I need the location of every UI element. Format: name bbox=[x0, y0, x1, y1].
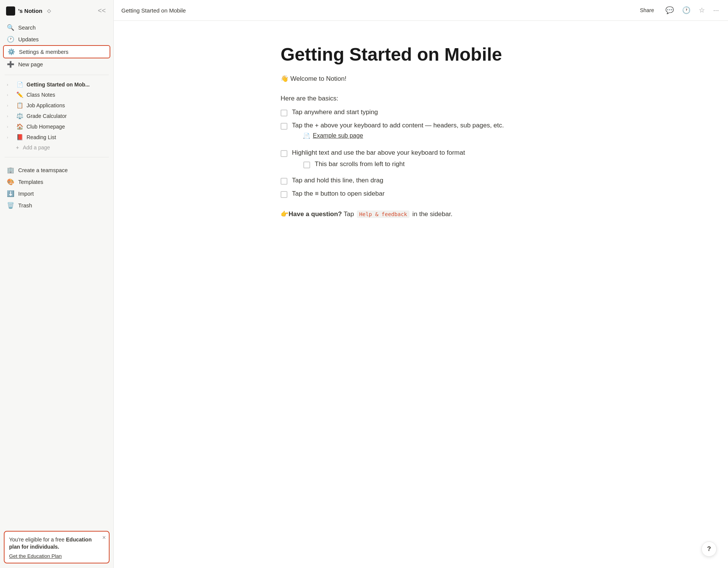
sidebar-newpage-label: New page bbox=[18, 61, 43, 67]
checkbox-1[interactable] bbox=[281, 110, 287, 116]
question-bold: Have a question? bbox=[289, 210, 342, 218]
edu-banner-text: You're eligible for a free Education pla… bbox=[9, 536, 104, 551]
edu-banner-part1: You're eligible for a free bbox=[9, 537, 66, 543]
sidebar-header: 's Notion ◇ << bbox=[0, 0, 113, 20]
sidebar-divider-2 bbox=[5, 157, 109, 157]
breadcrumb: Getting Started on Mobile bbox=[121, 7, 186, 14]
trash-label: Trash bbox=[18, 202, 32, 209]
teamspace-icon: 🏢 bbox=[7, 166, 14, 174]
sidebar-item-templates[interactable]: 🎨 Templates bbox=[3, 176, 110, 188]
sidebar-item-import[interactable]: ⬇️ Import bbox=[3, 188, 110, 199]
job-applications-label: Job Applications bbox=[27, 102, 65, 108]
expand-arrow-icon: › bbox=[7, 114, 13, 118]
checkbox-4[interactable] bbox=[281, 178, 287, 185]
sidebar-item-updates[interactable]: 🕐 Updates bbox=[3, 33, 110, 45]
comment-icon[interactable]: 💬 bbox=[664, 5, 675, 16]
reading-list-emoji: 📕 bbox=[16, 134, 24, 141]
checkbox-2[interactable] bbox=[281, 123, 287, 130]
templates-icon: 🎨 bbox=[7, 178, 14, 185]
doc-icon: 📄 bbox=[16, 82, 24, 88]
workspace-icon bbox=[6, 6, 15, 16]
expand-arrow-icon: › bbox=[7, 135, 13, 140]
checkbox-3[interactable] bbox=[281, 150, 287, 157]
sidebar-divider-1 bbox=[5, 75, 109, 75]
sidebar-item-settings[interactable]: ⚙️ Settings & members bbox=[3, 45, 110, 58]
sidebar-top-nav: 🔍 Search 🕐 Updates ⚙️ Settings & members… bbox=[0, 20, 113, 72]
checklist-item-2: Tap the + above your keyboard to add con… bbox=[281, 122, 561, 144]
checklist-item-3-text: Highlight text and use the bar above you… bbox=[292, 149, 465, 156]
checklist-item-5: Tap the ≡ button to open sidebar bbox=[281, 190, 561, 198]
club-homepage-label: Club Homepage bbox=[27, 124, 65, 130]
help-fab-button[interactable]: ? bbox=[701, 541, 717, 557]
checklist-item-4: Tap and hold this line, then drag bbox=[281, 177, 561, 185]
club-homepage-emoji: 🏠 bbox=[16, 123, 24, 130]
edu-plan-link[interactable]: Get the Education Plan bbox=[9, 553, 62, 559]
class-notes-emoji: ✏️ bbox=[16, 91, 24, 98]
checklist: Tap anywhere and start typing Tap the + … bbox=[281, 108, 561, 198]
edu-plan-banner: × You're eligible for a free Education p… bbox=[4, 531, 110, 563]
sidebar-item-search[interactable]: 🔍 Search bbox=[3, 22, 110, 33]
add-page-label: Add a page bbox=[23, 144, 50, 151]
sidebar-item-teamspace[interactable]: 🏢 Create a teamspace bbox=[3, 164, 110, 176]
question-block: 👉Have a question? Tap Help & feedback in… bbox=[281, 210, 561, 218]
sidebar-item-job-applications[interactable]: › 📋 Job Applications bbox=[3, 100, 110, 111]
import-label: Import bbox=[18, 191, 34, 197]
checklist-item-3-content: Highlight text and use the bar above you… bbox=[292, 149, 465, 171]
sub-item-1: This bar scrolls from left to right bbox=[303, 160, 465, 168]
grade-calculator-label: Grade Calculator bbox=[27, 113, 67, 119]
job-applications-emoji: 📋 bbox=[16, 102, 24, 109]
teamspace-label: Create a teamspace bbox=[18, 167, 68, 173]
workspace-chevron-icon: ◇ bbox=[47, 8, 51, 14]
welcome-line: 👋 Welcome to Notion! bbox=[281, 75, 561, 83]
sidebar-item-trash[interactable]: 🗑️ Trash bbox=[3, 199, 110, 211]
sidebar-item-new-page[interactable]: ➕ New page bbox=[3, 58, 110, 70]
basics-intro: Here are the basics: bbox=[281, 95, 561, 102]
search-icon: 🔍 bbox=[7, 24, 14, 31]
expand-arrow-icon: › bbox=[7, 93, 13, 97]
share-button[interactable]: Share bbox=[635, 5, 659, 15]
history-icon[interactable]: 🕐 bbox=[681, 5, 692, 16]
checklist-item-1: Tap anywhere and start typing bbox=[281, 108, 561, 116]
sidebar-item-grade-calculator[interactable]: › ⚖️ Grade Calculator bbox=[3, 111, 110, 121]
checklist-item-5-text: Tap the ≡ button to open sidebar bbox=[292, 190, 384, 198]
sidebar-item-getting-started[interactable]: › 📄 Getting Started on Mob... bbox=[3, 80, 110, 89]
sub-page-link[interactable]: 📄 Example sub page bbox=[303, 132, 504, 139]
checkbox-5[interactable] bbox=[281, 191, 287, 198]
class-notes-label: Class Notes bbox=[27, 92, 55, 98]
edu-banner-close-button[interactable]: × bbox=[102, 535, 106, 541]
checklist-item-3: Highlight text and use the bar above you… bbox=[281, 149, 561, 171]
checklist-item-4-text: Tap and hold this line, then drag bbox=[292, 177, 383, 184]
page-title: Getting Started on Mobile bbox=[281, 44, 561, 66]
sub-page-label: Example sub page bbox=[313, 132, 363, 139]
sidebar-item-class-notes[interactable]: › ✏️ Class Notes bbox=[3, 89, 110, 100]
question-end: in the sidebar. bbox=[411, 210, 453, 218]
expand-arrow-icon: › bbox=[7, 103, 13, 108]
add-page-button[interactable]: + Add a page bbox=[3, 143, 110, 152]
settings-icon: ⚙️ bbox=[8, 48, 15, 55]
sidebar-search-label: Search bbox=[18, 25, 36, 31]
expand-arrow-icon: › bbox=[7, 82, 13, 87]
help-feedback-link[interactable]: Help & feedback bbox=[357, 210, 409, 218]
sidebar: 's Notion ◇ << 🔍 Search 🕐 Updates ⚙️ Set… bbox=[0, 0, 114, 568]
new-page-icon: ➕ bbox=[7, 61, 14, 68]
sidebar-settings-label: Settings & members bbox=[19, 49, 69, 55]
import-icon: ⬇️ bbox=[7, 190, 14, 197]
templates-label: Templates bbox=[18, 179, 43, 185]
workspace-title[interactable]: 's Notion ◇ bbox=[6, 6, 51, 16]
trash-icon: 🗑️ bbox=[7, 202, 14, 209]
page-content: Getting Started on Mobile 👋 Welcome to N… bbox=[250, 21, 592, 568]
sidebar-item-club-homepage[interactable]: › 🏠 Club Homepage bbox=[3, 121, 110, 132]
sidebar-item-reading-list[interactable]: › 📕 Reading List bbox=[3, 132, 110, 143]
question-text: Tap bbox=[342, 210, 356, 218]
favorite-icon[interactable]: ☆ bbox=[697, 5, 706, 16]
collapse-sidebar-button[interactable]: << bbox=[96, 5, 107, 16]
question-emoji: 👉 bbox=[281, 210, 289, 218]
sidebar-updates-label: Updates bbox=[18, 36, 39, 42]
sub-page-doc-icon: 📄 bbox=[303, 133, 310, 139]
sub-checkbox-1[interactable] bbox=[303, 162, 310, 168]
grade-calculator-emoji: ⚖️ bbox=[16, 113, 24, 119]
sidebar-bottom-nav: 🏢 Create a teamspace 🎨 Templates ⬇️ Impo… bbox=[0, 162, 113, 213]
content-scroll-area: Getting Started on Mobile 👋 Welcome to N… bbox=[114, 21, 728, 568]
main-panel: Getting Started on Mobile Share 💬 🕐 ☆ ··… bbox=[114, 0, 728, 568]
more-options-icon[interactable]: ··· bbox=[712, 5, 720, 16]
